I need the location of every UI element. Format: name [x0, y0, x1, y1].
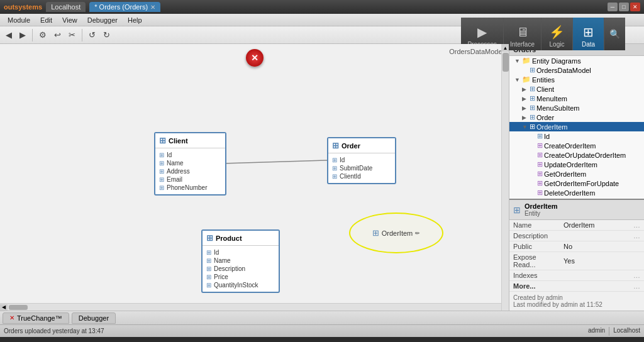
prop-row-more[interactable]: More... … [509, 281, 644, 292]
tab-truechange[interactable]: ✕ TrueChange™ [3, 312, 69, 324]
nav-interface[interactable]: 🖥 Interface [504, 18, 541, 50]
prop-icon: ⊞ [513, 205, 521, 215]
status-user: admin [588, 327, 605, 336]
entity-product[interactable]: ⊞ Product ⊞Id ⊞Name ⊞Description ⊞Price … [201, 229, 280, 293]
compare-button[interactable]: ↩ [51, 28, 64, 41]
tree-order[interactable]: ▶ ⊞ Order [509, 113, 644, 122]
entity-client[interactable]: ⊞ Client ⊞Id ⊞Name ⊞Address ⊞Email ⊞Phon… [154, 132, 226, 196]
tree-entities[interactable]: ▼ 📁 Entities [509, 75, 644, 84]
client-field-email: ⊞Email [159, 175, 221, 184]
tree-createorupdateorderitem[interactable]: ⊞ CreateOrUpdateOrderItem [509, 150, 644, 160]
tree-getorderitemforupdate[interactable]: ⊞ GetOrderItemForUpdate [509, 179, 644, 188]
tab-orders[interactable]: * Orders (Orders) ✕ [89, 2, 160, 12]
entity-order-fields: ⊞Id ⊞SubmitDate ⊞ClientId [328, 153, 395, 183]
title-bar: outsystems Localhost * Orders (Orders) ✕… [0, 0, 644, 14]
svg-line-0 [223, 160, 327, 163]
properties-panel: ⊞ OrderItem Entity Name OrderItem … Desc… [509, 199, 644, 311]
entity-product-name: Product [216, 234, 242, 242]
menu-view[interactable]: View [57, 15, 82, 25]
tree-deleteorderitem[interactable]: ⊞ DeleteOrderItem [509, 188, 644, 197]
tree-scroll[interactable]: ▼ 📁 Entity Diagrams ⊞ OrdersDataModel ▼ … [509, 56, 644, 199]
entity-order-header: ⊞ Order [328, 138, 395, 153]
entity-order-name: Order [341, 142, 360, 150]
toolbar-sep-2 [82, 29, 82, 41]
order-field-clientid: ⊞ClientId [332, 172, 391, 180]
client-field-phone: ⊞PhoneNumber [159, 184, 221, 192]
entity-product-fields: ⊞Id ⊞Name ⊞Description ⊞Price ⊞QuantityI… [203, 246, 279, 292]
product-field-qty: ⊞QuantityInStock [206, 281, 275, 289]
entity-order-icon: ⊞ [332, 141, 339, 150]
entity-client-icon: ⊞ [159, 136, 166, 145]
client-field-address: ⊞Address [159, 167, 221, 175]
nav-logic[interactable]: ⚡ Logic [541, 18, 573, 50]
hscroll-thumb[interactable] [9, 305, 28, 310]
tree-menuitem[interactable]: ▶ ⊞ MenuItem [509, 94, 644, 103]
prop-row-indexes: Indexes … [509, 270, 644, 281]
truechange-error-icon: ✕ [9, 314, 14, 321]
scroll-left-arrow[interactable]: ◀ [0, 304, 8, 311]
entity-order[interactable]: ⊞ Order ⊞Id ⊞SubmitDate ⊞ClientId [327, 137, 396, 184]
status-server: Localhost [613, 327, 640, 336]
arrow-orderitem: ▼ [522, 124, 530, 130]
orderitem-icon: ⊞ [372, 228, 379, 238]
settings-button[interactable]: ⚙ [36, 28, 50, 41]
tree-createorderitem[interactable]: ⊞ CreateOrderItem [509, 141, 644, 150]
data-icon: ⊞ [583, 25, 594, 40]
tab-debugger[interactable]: Debugger [72, 312, 116, 324]
forward-button[interactable]: ▶ [16, 28, 29, 41]
tab-close-icon[interactable]: ✕ [150, 4, 155, 11]
scroll-up-arrow[interactable]: ▲ [502, 44, 509, 52]
search-button[interactable]: 🔍 [604, 18, 625, 50]
menu-edit[interactable]: Edit [35, 15, 57, 25]
prop-footer: Created by adminLast modified by admin a… [509, 292, 644, 311]
status-bar: Orders uploaded yesterday at 13:47 admin… [0, 324, 644, 337]
canvas-hscrollbar[interactable]: ◀ [0, 303, 501, 311]
tree-client[interactable]: ▶ ⊞ Client [509, 84, 644, 94]
close-button[interactable]: ✕ [630, 3, 640, 11]
canvas-label: OrdersDataModel [449, 48, 504, 55]
arrow-order: ▶ [522, 114, 530, 121]
tree-entity-diagrams[interactable]: ▼ 📁 Entity Diagrams [509, 56, 644, 65]
cut-button[interactable]: ✂ [65, 28, 79, 41]
window-controls: ─ □ ✕ [608, 3, 640, 11]
tree-orderitem[interactable]: ▼ ⊞ OrderItem [509, 122, 644, 131]
arrow-entities: ▼ [514, 77, 522, 83]
scroll-thumb[interactable] [502, 53, 509, 72]
tree-menusubitem[interactable]: ▶ ⊞ MenuSubItem [509, 103, 644, 113]
arrow-menuitem: ▶ [522, 96, 530, 102]
client-field-name: ⊞Name [159, 159, 221, 167]
undo-button[interactable]: ↺ [86, 28, 99, 41]
prop-row-name: Name OrderItem … [509, 220, 644, 231]
redo-button[interactable]: ↻ [100, 28, 113, 41]
interface-icon: 🖥 [516, 25, 529, 40]
entity-product-icon: ⊞ [206, 233, 213, 243]
main-layout: OrdersDataModel ✕ ⊞ Client ⊞Id ⊞Name ⊞Ad… [0, 44, 644, 311]
canvas-close-button[interactable]: ✕ [246, 49, 264, 67]
prop-row-description: Description … [509, 231, 644, 241]
orderitem-name: OrderItem [382, 229, 413, 237]
nav-data[interactable]: ⊞ Data [573, 18, 604, 50]
menu-help[interactable]: Help [123, 15, 147, 25]
tab-localhost[interactable]: Localhost [46, 2, 86, 12]
maximize-button[interactable]: □ [619, 3, 629, 11]
product-field-name: ⊞Name [206, 256, 275, 265]
tree-getorderitem[interactable]: ⊞ GetOrderItem [509, 169, 644, 179]
orderitem-ellipse: ⊞ OrderItem ✏ [349, 212, 443, 253]
arrow-menusubitem: ▶ [522, 105, 530, 111]
orderitem-edit-icon: ✏ [415, 230, 420, 236]
tree-oi-id[interactable]: ⊞ Id [509, 131, 644, 141]
tree-ordersdatamodel[interactable]: ⊞ OrdersDataModel [509, 65, 644, 75]
bottom-bar: ✕ TrueChange™ Debugger [0, 311, 644, 324]
menu-debugger[interactable]: Debugger [82, 15, 123, 25]
status-divider [609, 327, 609, 336]
orderitem-label[interactable]: ⊞ OrderItem ✏ [372, 228, 421, 238]
minimize-button[interactable]: ─ [608, 3, 618, 11]
entity-client-name: Client [169, 137, 188, 145]
back-button[interactable]: ◀ [3, 28, 15, 41]
canvas-scrollbar[interactable]: ▲ [501, 44, 509, 311]
tree-updateorderitem[interactable]: ⊞ UpdateOrderItem [509, 160, 644, 169]
menu-module[interactable]: Module [3, 15, 35, 25]
right-panel: Orders ▼ 📁 Entity Diagrams ⊞ OrdersDataM… [509, 44, 644, 311]
app-logo: outsystems [4, 3, 42, 11]
arrow-client: ▶ [522, 86, 530, 92]
